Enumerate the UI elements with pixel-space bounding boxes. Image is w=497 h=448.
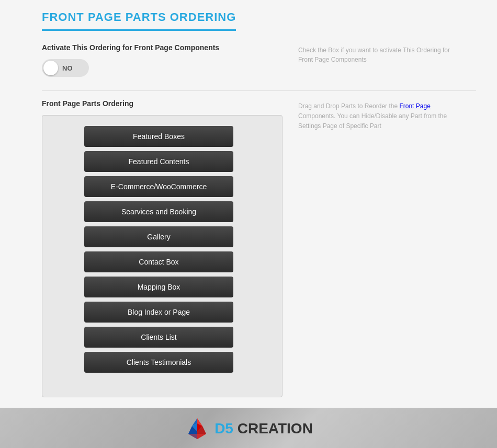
drag-item[interactable]: E-Commerce/WooCommerce	[84, 176, 233, 197]
main-content: FRONT PAGE PARTS ORDERING Activate This …	[0, 0, 497, 408]
footer-brand: D5 CREATION	[214, 420, 313, 437]
drag-item[interactable]: Featured Contents	[84, 151, 233, 172]
toggle-state-label: NO	[62, 64, 73, 72]
toggle-switch[interactable]: NO	[42, 59, 89, 77]
drag-item[interactable]: Clients Testimonials	[84, 352, 233, 373]
divider	[42, 90, 476, 91]
drag-item[interactable]: Searvices and Booking	[84, 201, 233, 222]
d5-logo-icon	[184, 416, 210, 442]
toggle-knob	[43, 61, 58, 75]
drag-item[interactable]: Featured Boxes	[84, 126, 233, 147]
brand-d5: D5	[214, 420, 233, 436]
activate-right: Check the Box if you want to activate Th…	[298, 43, 476, 64]
svg-marker-6	[188, 434, 206, 439]
ordering-right: Drag and Drop Parts to Reorder the Front…	[298, 99, 476, 132]
toggle-row: NO	[42, 59, 283, 77]
footer-bar: D5 CREATION	[0, 408, 497, 448]
activate-left: Activate This Ordering for Front Page Co…	[42, 43, 283, 80]
drag-item[interactable]: Clients List	[84, 327, 233, 348]
ordering-left: Front Page Parts Ordering Featured Boxes…	[42, 99, 283, 397]
front-page-link[interactable]: Front Page	[399, 102, 430, 110]
footer-logo: D5 CREATION	[184, 416, 313, 442]
drag-item[interactable]: Mapping Box	[84, 277, 233, 297]
ordering-help: Drag and Drop Parts to Reorder the Front…	[298, 101, 466, 132]
drag-item[interactable]: Gallery	[84, 226, 233, 247]
ordering-label: Front Page Parts Ordering	[42, 99, 283, 108]
brand-creation: CREATION	[238, 420, 313, 436]
activate-label: Activate This Ordering for Front Page Co…	[42, 43, 283, 52]
drag-item[interactable]: Contact Box	[84, 251, 233, 272]
activate-help-text: Check the Box if you want to activate Th…	[298, 45, 455, 64]
ordering-section: Front Page Parts Ordering Featured Boxes…	[42, 99, 476, 397]
activate-section: Activate This Ordering for Front Page Co…	[42, 43, 476, 80]
page-title: FRONT PAGE PARTS ORDERING	[42, 10, 236, 31]
drag-area[interactable]: Featured BoxesFeatured ContentsE-Commerc…	[42, 115, 283, 397]
drag-item[interactable]: Blog Index or Page	[84, 302, 233, 323]
